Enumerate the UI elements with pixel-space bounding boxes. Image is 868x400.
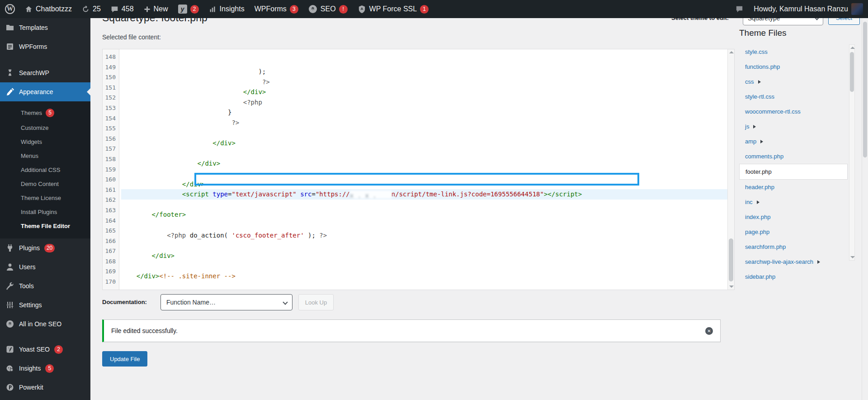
window-scrollbar-thumb[interactable]	[863, 22, 867, 157]
wordpress-menu[interactable]: W	[0, 0, 20, 18]
site-name-link[interactable]: Chatbotzzz	[20, 0, 77, 18]
theme-file-link[interactable]: js	[745, 123, 749, 130]
wpforms-icon	[5, 42, 14, 51]
sidebar-item-all-in-one-seo[interactable]: All in One SEO	[0, 314, 90, 333]
submenu-item-demo-content[interactable]: Demo Content	[0, 177, 90, 191]
sidebar-item-powerkit[interactable]: Powerkit	[0, 378, 90, 397]
submenu-item-theme-license[interactable]: Theme License	[0, 191, 90, 205]
sidebar-item-appearance[interactable]: Appearance	[0, 82, 90, 101]
line-number: 151	[103, 83, 119, 93]
submenu-item-customize[interactable]: Customize	[0, 121, 90, 135]
theme-file-link[interactable]: amp	[745, 138, 756, 145]
templates-icon	[5, 23, 14, 32]
line-number: 170	[103, 277, 119, 287]
theme-file-amp[interactable]: amp	[739, 134, 848, 149]
plus-icon	[144, 6, 151, 13]
submenu-item-additional-css[interactable]: Additional CSS	[0, 163, 90, 177]
users-icon	[5, 262, 14, 271]
submenu-item-menus[interactable]: Menus	[0, 149, 90, 163]
sidebar-item-tools[interactable]: Tools	[0, 276, 90, 295]
theme-file-link[interactable]: style-rtl.css	[745, 93, 774, 100]
sidebar-item-searchwp[interactable]: SearchWP	[0, 63, 90, 82]
insights-adminbar-link[interactable]: Insights	[204, 0, 250, 18]
theme-file-link[interactable]: index.php	[745, 214, 770, 220]
sidebar-item-wpforms[interactable]: WPForms	[0, 37, 90, 56]
comments-link[interactable]: 458	[106, 0, 139, 18]
theme-file-functions-php[interactable]: functions.php	[739, 59, 848, 74]
new-content-link[interactable]: New	[139, 0, 173, 18]
theme-file-sidebar-php[interactable]: sidebar.php	[739, 269, 848, 284]
update-file-button[interactable]: Update File	[102, 351, 147, 367]
appearance-brush-icon	[5, 87, 14, 96]
theme-file-searchform-php[interactable]: searchform.php	[739, 239, 848, 254]
window-scrollbar[interactable]	[862, 18, 868, 400]
account-menu[interactable]: Howdy, Kamrul Hasan Ranzu	[749, 0, 868, 18]
theme-files-scrollbar[interactable]	[849, 44, 855, 261]
submenu-item-install-plugins[interactable]: Install Plugins	[0, 205, 90, 219]
submenu-item-widgets[interactable]: Widgets	[0, 135, 90, 149]
editor-scrollbar-thumb[interactable]	[729, 238, 733, 281]
updates-link[interactable]: 25	[77, 0, 106, 18]
theme-file-comments-php[interactable]: comments.php	[739, 149, 848, 164]
theme-file-link[interactable]: woocommerce-rtl.css	[745, 108, 801, 115]
line-number: 156	[103, 134, 119, 144]
theme-file-woocommerce-rtl-css[interactable]: woocommerce-rtl.css	[739, 104, 848, 119]
theme-file-link[interactable]: css	[745, 78, 754, 85]
sidebar-item-label: SearchWP	[19, 69, 49, 76]
line-number: 162	[103, 195, 119, 205]
submenu-item-theme-file-editor[interactable]: Theme File Editor	[0, 219, 90, 233]
line-number: 157	[103, 144, 119, 154]
sidebar-item-users[interactable]: Users	[0, 257, 90, 276]
scroll-down-arrow-icon[interactable]	[729, 286, 734, 288]
theme-file-link[interactable]: comments.php	[745, 153, 783, 160]
seo-adminbar-link[interactable]: SEO !	[303, 0, 353, 18]
new-label: New	[154, 5, 168, 13]
theme-file-link[interactable]: header.php	[745, 184, 774, 190]
yoast-icon	[5, 345, 14, 354]
theme-files-scrollbar-thumb[interactable]	[850, 52, 854, 92]
scroll-down-arrow-icon[interactable]	[850, 256, 855, 258]
theme-file-link[interactable]: functions.php	[745, 63, 780, 70]
documentation-dropdown[interactable]: Function Name…	[160, 294, 292, 310]
count-badge: 20	[44, 244, 55, 252]
theme-file-link[interactable]: page.php	[745, 229, 769, 235]
theme-file-link[interactable]: style.css	[745, 48, 768, 55]
theme-file-link[interactable]: searchform.php	[745, 243, 786, 250]
theme-file-link[interactable]: searchwp-live-ajax-search	[745, 258, 813, 265]
theme-file-style-css[interactable]: style.css	[739, 44, 848, 59]
theme-file-header-php[interactable]: header.php	[739, 180, 848, 195]
sidebar-item-settings[interactable]: Settings	[0, 295, 90, 314]
sidebar-item-templates[interactable]: Templates	[0, 18, 90, 37]
scroll-up-arrow-icon[interactable]	[729, 51, 734, 53]
theme-file-searchwp-live-ajax-search[interactable]: searchwp-live-ajax-search	[739, 254, 848, 269]
theme-file-index-php[interactable]: index.php	[739, 210, 848, 224]
theme-file-js[interactable]: js	[739, 119, 848, 134]
plug-icon	[5, 243, 14, 252]
theme-file-css[interactable]: css	[739, 74, 848, 89]
yoast-adminbar-link[interactable]: y 2	[173, 0, 204, 18]
submenu-item-label: Install Plugins	[21, 209, 57, 215]
submenu-item-themes[interactable]: Themes5	[0, 105, 90, 121]
wpforms-adminbar-link[interactable]: WPForms 3	[250, 0, 303, 18]
theme-file-footer-php[interactable]: footer.php	[739, 164, 848, 180]
code-line-154	[121, 128, 734, 138]
line-number: 148	[103, 52, 119, 62]
editor-code-area[interactable]: ); ?> </div> <?php } ?>	[119, 49, 734, 290]
chat-adminbar-item[interactable]	[730, 0, 749, 18]
code-editor[interactable]: 1481491501511521531541551561571581591601…	[102, 49, 735, 290]
editor-scrollbar[interactable]	[727, 49, 734, 290]
theme-file-inc[interactable]: inc	[739, 195, 848, 210]
dismiss-notice-icon[interactable]: ✕	[705, 327, 713, 335]
submenu-item-label: Additional CSS	[21, 167, 60, 173]
theme-file-style-rtl-css[interactable]: style-rtl.css	[739, 89, 848, 104]
wp-force-ssl-link[interactable]: WP Force SSL 1	[353, 0, 434, 18]
theme-file-page-php[interactable]: page.php	[739, 224, 848, 239]
theme-file-link[interactable]: inc	[745, 199, 753, 205]
sidebar-item-yoast-seo[interactable]: Yoast SEO2	[0, 340, 90, 359]
scroll-up-arrow-icon[interactable]	[850, 47, 855, 49]
sidebar-item-insights[interactable]: Insights5	[0, 359, 90, 378]
sidebar-item-plugins[interactable]: Plugins20	[0, 238, 90, 257]
tools-icon	[5, 281, 14, 290]
theme-file-link[interactable]: sidebar.php	[745, 273, 775, 280]
chevron-down-icon	[283, 300, 288, 305]
